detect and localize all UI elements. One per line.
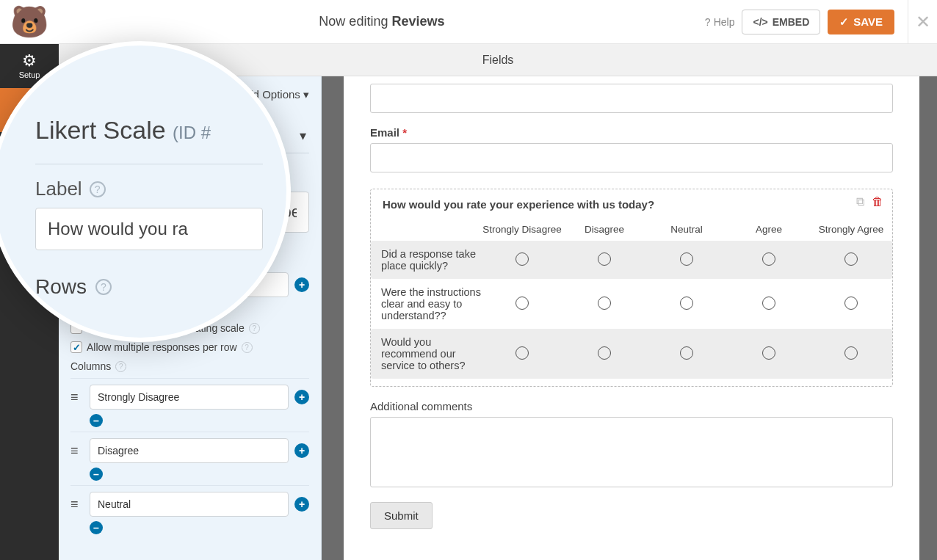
column-item: ≡+ <box>70 438 309 463</box>
help-icon: ? <box>705 16 711 28</box>
likert-cell[interactable] <box>645 291 728 318</box>
form-name: Reviews <box>391 14 444 29</box>
column-input[interactable] <box>90 438 289 463</box>
likert-cell[interactable] <box>563 247 645 274</box>
form-card: Email * ⧉ 🗑 How would you rate your expe… <box>344 76 919 560</box>
likert-col-header: Neutral <box>645 218 728 241</box>
likert-cell[interactable] <box>728 341 810 368</box>
add-column-button[interactable]: + <box>294 497 309 512</box>
likert-cell[interactable] <box>563 341 645 368</box>
nav-setup-label: Setup <box>19 70 40 79</box>
help-icon[interactable]: ? <box>249 323 260 334</box>
likert-row: Did a response take place quickly? <box>371 241 892 279</box>
email-input[interactable] <box>370 143 893 172</box>
checkbox-checked[interactable] <box>70 341 82 353</box>
add-column-button[interactable]: + <box>294 390 309 404</box>
likert-col-header: Strongly Disagree <box>481 218 563 241</box>
drag-handle-icon[interactable]: ≡ <box>70 497 84 512</box>
likert-row: Would you recommend our service to other… <box>371 329 892 379</box>
comments-label: Additional comments <box>370 400 893 412</box>
add-row-button[interactable]: + <box>294 277 309 292</box>
name-input[interactable] <box>370 84 893 113</box>
fields-bar-label: Fields <box>482 54 514 66</box>
likert-row-label: Were the instructions clear and easy to … <box>371 279 481 329</box>
radio-icon[interactable] <box>515 297 529 310</box>
likert-cell[interactable] <box>645 341 728 368</box>
help-icon: ? <box>90 181 106 197</box>
collapse-toggle[interactable]: ▾ <box>300 128 306 144</box>
likert-row-label: Did a response take place quickly? <box>371 241 481 279</box>
likert-row-label: Would you recommend our service to other… <box>371 329 481 379</box>
radio-icon[interactable] <box>680 252 693 266</box>
save-label: SAVE <box>853 15 883 28</box>
app-header: 🐻 Now editing Reviews ? Help </> EMBED ✓… <box>0 0 937 44</box>
radio-icon[interactable] <box>680 297 693 310</box>
likert-cell[interactable] <box>481 341 563 368</box>
help-icon: ? <box>95 279 112 295</box>
label-input-zoom[interactable] <box>35 208 263 250</box>
likert-cell[interactable] <box>481 291 563 318</box>
gear-icon: ⚙ <box>0 51 59 70</box>
remove-column-button[interactable]: – <box>90 414 103 427</box>
likert-header: Strongly DisagreeDisagreeNeutralAgreeStr… <box>371 218 892 241</box>
rows-heading-zoom: Rows ? <box>35 275 263 299</box>
radio-icon[interactable] <box>762 297 775 310</box>
likert-col-header: Strongly Agree <box>810 218 892 241</box>
likert-cell[interactable] <box>810 341 892 368</box>
duplicate-icon[interactable]: ⧉ <box>856 195 864 208</box>
radio-icon[interactable] <box>598 252 611 266</box>
likert-cell[interactable] <box>563 291 645 318</box>
likert-cell[interactable] <box>810 291 892 318</box>
email-label: Email * <box>370 126 893 139</box>
remove-column-button[interactable]: – <box>90 468 103 481</box>
submit-button[interactable]: Submit <box>370 502 433 529</box>
likert-question: How would you rate your experience with … <box>371 198 892 218</box>
radio-icon[interactable] <box>515 346 529 360</box>
close-button[interactable]: ✕ <box>908 0 937 44</box>
panel-title-zoom: Likert Scale (ID # <box>35 116 263 145</box>
embed-button[interactable]: </> EMBED <box>742 10 820 34</box>
multi-label: Allow multiple responses per row <box>87 341 237 353</box>
help-label: Help <box>714 16 735 28</box>
column-input[interactable] <box>90 385 289 410</box>
drag-handle-icon[interactable]: ≡ <box>70 390 84 405</box>
column-input[interactable] <box>90 492 289 517</box>
save-button[interactable]: ✓ SAVE <box>828 10 894 34</box>
radio-icon[interactable] <box>844 252 858 266</box>
radio-icon[interactable] <box>762 346 775 360</box>
radio-icon[interactable] <box>762 252 775 266</box>
help-icon[interactable]: ? <box>242 342 253 353</box>
column-item: ≡+ <box>70 492 309 517</box>
likert-cell[interactable] <box>645 247 728 274</box>
likert-cell[interactable] <box>810 247 892 274</box>
radio-icon[interactable] <box>515 252 529 266</box>
likert-cell[interactable] <box>728 291 810 318</box>
radio-icon[interactable] <box>844 297 858 310</box>
likert-col-header: Disagree <box>563 218 645 241</box>
comments-textarea[interactable] <box>370 417 893 487</box>
code-icon: </> <box>753 16 767 28</box>
radio-icon[interactable] <box>598 346 611 360</box>
remove-column-button[interactable]: – <box>90 521 103 534</box>
help-link[interactable]: ? Help <box>705 16 735 28</box>
check-icon: ✓ <box>839 15 849 29</box>
likert-cell[interactable] <box>728 247 810 274</box>
likert-field[interactable]: ⧉ 🗑 How would you rate your experience w… <box>370 189 893 387</box>
multi-response-checkbox-row[interactable]: Allow multiple responses per row ? <box>70 341 309 353</box>
drag-handle-icon[interactable]: ≡ <box>70 443 84 459</box>
help-icon[interactable]: ? <box>115 361 126 372</box>
header-title: Now editing Reviews <box>59 14 705 29</box>
magnifier-overlay: Likert Scale (ID # Label ? Rows ? <box>0 41 291 342</box>
radio-icon[interactable] <box>844 346 858 360</box>
label-heading-zoom: Label ? <box>35 178 263 200</box>
radio-icon[interactable] <box>598 297 611 310</box>
likert-row: Were the instructions clear and easy to … <box>371 279 892 329</box>
add-column-button[interactable]: + <box>294 443 309 458</box>
now-editing-text: Now editing <box>319 14 388 29</box>
radio-icon[interactable] <box>680 346 693 360</box>
columns-heading: Columns ? <box>70 360 309 372</box>
column-item: ≡+ <box>70 385 309 410</box>
likert-cell[interactable] <box>481 247 563 274</box>
trash-icon[interactable]: 🗑 <box>872 195 883 208</box>
app-logo: 🐻 <box>0 4 59 40</box>
